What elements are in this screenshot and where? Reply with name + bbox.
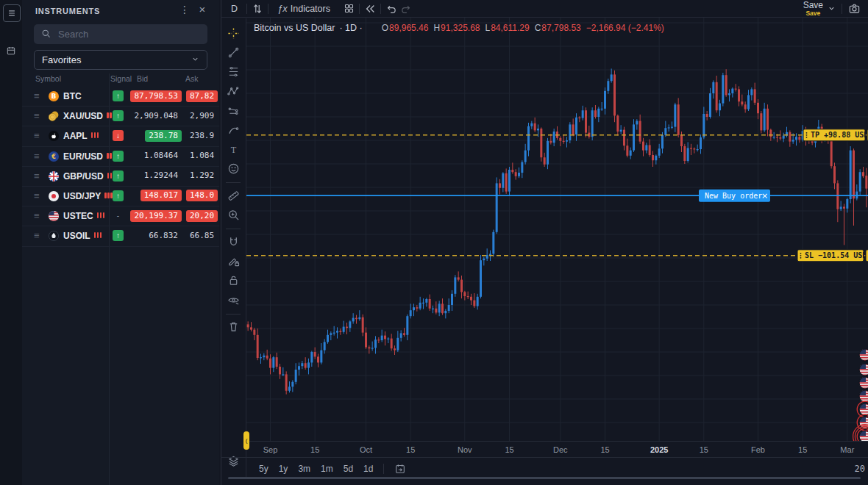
symbol-name[interactable]: BTC — [63, 91, 82, 101]
sl-order-label[interactable]: SL −101.54 USD — [797, 250, 868, 262]
compare-icon[interactable] — [252, 3, 263, 15]
camera-icon[interactable] — [848, 2, 861, 15]
watchlist-row[interactable]: ≡AAPL↓238.78238.9 — [22, 126, 219, 146]
drag-handle[interactable]: ≡ — [34, 130, 40, 141]
ask-value[interactable]: 1.292 — [186, 170, 218, 182]
watchlist-row[interactable]: ≡USD/JPY↑148.017148.0 — [22, 187, 219, 206]
brush-tool[interactable] — [221, 121, 246, 139]
symbol-title[interactable]: Bitcoin vs US Dollar — [254, 23, 335, 33]
watchlist-row[interactable]: ≡BBTC↑87,798.5387,82 — [22, 87, 219, 107]
drag-handle[interactable]: ≡ — [34, 170, 40, 182]
range-button-1m[interactable]: 1m — [316, 462, 338, 475]
candle-body — [776, 137, 778, 137]
bid-value[interactable]: 1.29244 — [140, 170, 182, 182]
emoji-tool[interactable] — [221, 160, 246, 178]
watchlist-row[interactable]: ≡€EUR/USD↑1.084641.084 — [22, 147, 219, 167]
redo-icon[interactable] — [400, 3, 412, 15]
ask-value[interactable]: 87,82 — [186, 90, 218, 102]
ask-value[interactable]: 148.0 — [186, 190, 218, 201]
goto-date-icon[interactable] — [394, 463, 406, 475]
calendar-icon[interactable] — [3, 43, 19, 59]
replay-rewind-icon[interactable] — [364, 3, 376, 15]
search-box[interactable] — [34, 24, 207, 44]
zoom-in-tool[interactable] — [221, 206, 246, 224]
ruler-tool[interactable] — [221, 187, 246, 204]
undo-icon[interactable] — [385, 3, 397, 15]
trend-line-tool[interactable] — [221, 43, 246, 61]
symbol-name[interactable]: EUR/USD — [63, 151, 115, 162]
ask-value[interactable]: 238.9 — [186, 130, 218, 142]
crosshair-tool[interactable] — [221, 24, 246, 42]
drag-handle[interactable]: ≡ — [34, 151, 40, 162]
symbol-name[interactable]: AAPL — [63, 131, 99, 141]
bid-value[interactable]: 1.08464 — [140, 150, 182, 162]
candlestick-chart[interactable]: TP +98.88 USDNew Buy order×SL −101.54 US… — [246, 18, 868, 441]
range-button-5y[interactable]: 5y — [255, 462, 273, 475]
delete-tool[interactable] — [221, 318, 246, 336]
entry-order-label[interactable]: New Buy order× — [699, 190, 770, 202]
watchlist-row[interactable]: ≡USOIL↑66.83266.85 — [22, 226, 219, 246]
bid-value[interactable]: 238.78 — [145, 130, 182, 142]
drag-handle[interactable]: ≡ — [34, 190, 40, 201]
magnet-tool[interactable] — [221, 233, 246, 251]
economic-event-icon[interactable] — [859, 364, 868, 376]
bid-value[interactable]: 2,909.048 — [130, 110, 182, 122]
remove-order-icon[interactable]: × — [761, 191, 768, 201]
layout-grid-icon[interactable] — [344, 3, 355, 14]
candle-body — [779, 137, 781, 139]
watchlist-menu-icon[interactable] — [3, 4, 21, 22]
bid-value[interactable]: 20,199.37 — [130, 210, 182, 222]
timeframe-button[interactable]: D — [227, 4, 242, 14]
drag-handle[interactable]: ≡ — [34, 110, 40, 121]
time-axis[interactable]: Sep15Oct15Nov15Dec15202515Feb15Mar — [246, 441, 868, 458]
range-button-1y[interactable]: 1y — [274, 462, 293, 475]
economic-event-icon[interactable] — [857, 414, 868, 431]
economic-event-icon[interactable] — [853, 425, 868, 441]
economic-event-icon[interactable] — [859, 390, 868, 402]
economic-event-icon[interactable] — [859, 377, 868, 389]
watchlist-row[interactable]: ≡XAU/USD↑2,909.0482,909 — [22, 107, 219, 126]
close-icon[interactable]: × — [196, 3, 209, 15]
text-tool[interactable]: T — [221, 140, 246, 158]
kebab-menu-icon[interactable]: ⋮ — [178, 4, 191, 15]
drawing-lock-tool[interactable] — [221, 252, 246, 270]
tp-order-label[interactable]: TP +98.88 USD — [803, 129, 868, 141]
fib-retracement-tool[interactable] — [221, 63, 246, 81]
drag-handle[interactable]: ≡ — [34, 230, 40, 241]
watchlist-row[interactable]: ≡USTEC-20,199.3720,20 — [22, 206, 219, 226]
chart-plot[interactable]: TP +98.88 USDNew Buy order×SL −101.54 US… — [246, 18, 868, 441]
signal-up-icon: ↑ — [113, 110, 124, 121]
drag-handle[interactable]: ≡ — [34, 90, 40, 101]
save-chevron-icon[interactable] — [828, 4, 836, 12]
symbol-name[interactable]: USD/JPY — [63, 191, 113, 201]
candle-body — [674, 104, 676, 126]
bid-value[interactable]: 87,798.53 — [130, 90, 182, 102]
economic-event-icon[interactable] — [859, 349, 868, 361]
bid-value[interactable]: 148.017 — [140, 190, 182, 201]
bid-value[interactable]: 66.832 — [145, 230, 182, 242]
favorites-dropdown[interactable]: Favorites — [34, 50, 207, 70]
watchlist-row[interactable]: ≡GBP/USD↑1.292441.292 — [22, 167, 219, 187]
ask-value[interactable]: 66.85 — [186, 230, 218, 242]
range-button-3m[interactable]: 3m — [294, 462, 315, 475]
range-button-5d[interactable]: 5d — [339, 462, 357, 475]
projection-tool[interactable] — [221, 102, 246, 120]
clock[interactable]: 20 — [855, 464, 865, 474]
collapsed-object-tag[interactable]: ( — [243, 431, 249, 450]
drag-handle[interactable]: ≡ — [34, 210, 40, 221]
ask-value[interactable]: 2,909 — [186, 110, 218, 122]
range-button-1d[interactable]: 1d — [359, 462, 377, 475]
ask-value[interactable]: 1.084 — [186, 150, 218, 162]
xabcd-pattern-tool[interactable] — [221, 82, 246, 100]
search-input[interactable] — [57, 28, 185, 40]
lock-all-tool[interactable] — [221, 272, 246, 290]
hide-all-tool[interactable] — [221, 291, 246, 309]
horizontal-scrollbar[interactable] — [228, 477, 861, 479]
symbol-name[interactable]: USTEC — [63, 211, 104, 221]
symbol-name[interactable]: GBP/USD — [63, 171, 115, 182]
save-button[interactable]: Save Save — [803, 1, 823, 17]
ask-value[interactable]: 20,20 — [186, 210, 218, 222]
symbol-name[interactable]: XAU/USD — [63, 111, 115, 121]
indicators-button[interactable]: ƒx Indicators — [273, 3, 335, 14]
symbol-name[interactable]: USOIL — [63, 231, 102, 241]
